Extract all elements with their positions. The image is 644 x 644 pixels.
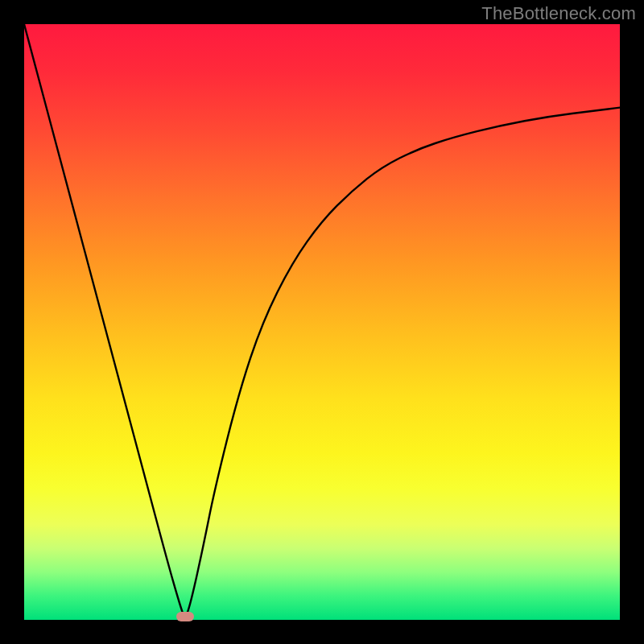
watermark-text: TheBottleneck.com	[481, 3, 636, 24]
optimal-point-marker	[176, 612, 194, 621]
plot-area	[24, 24, 620, 620]
chart-frame: TheBottleneck.com	[0, 0, 644, 644]
curve-svg	[24, 24, 620, 620]
bottleneck-curve	[24, 24, 620, 615]
